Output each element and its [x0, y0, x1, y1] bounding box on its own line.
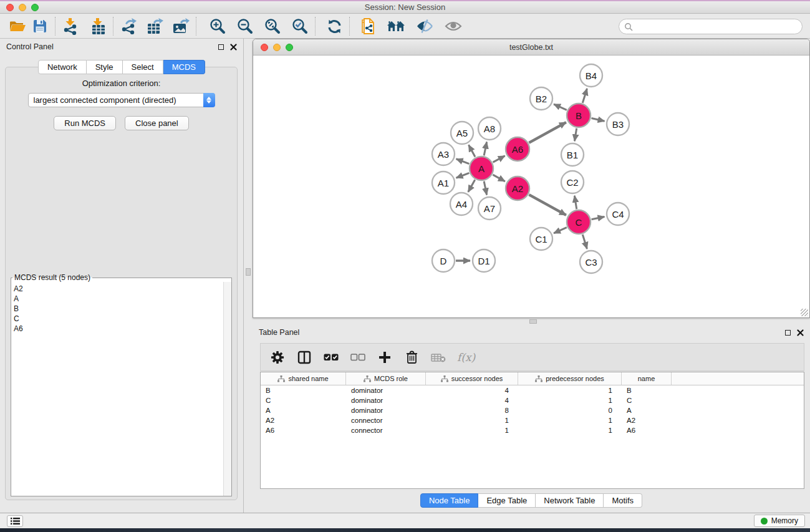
- select-stepper-icon: [203, 93, 215, 107]
- column-header-name[interactable]: name: [622, 372, 672, 385]
- deselect-all-button[interactable]: [350, 349, 366, 365]
- mcds-result-groupbox: MCDS result (5 nodes) A2ABCA6: [11, 273, 232, 496]
- delete-column-button[interactable]: [403, 349, 420, 365]
- search-input[interactable]: [633, 21, 802, 33]
- table-row[interactable]: Cdominator41C: [261, 395, 804, 405]
- run-mcds-button[interactable]: Run MCDS: [54, 116, 116, 130]
- tab-mcds[interactable]: MCDS: [163, 60, 205, 74]
- hide-selected-button[interactable]: [413, 17, 436, 36]
- graph-edge-B-B4[interactable]: [582, 89, 587, 103]
- graph-edge-A-A4[interactable]: [468, 180, 475, 192]
- result-item[interactable]: A: [14, 294, 231, 304]
- tab-select[interactable]: Select: [123, 60, 163, 74]
- close-panel-icon[interactable]: [230, 44, 237, 51]
- memory-button[interactable]: Memory: [754, 515, 805, 527]
- export-image-button[interactable]: [170, 17, 192, 36]
- table-settings-button[interactable]: [269, 349, 286, 365]
- graph-edge-B-B3[interactable]: [591, 118, 604, 122]
- control-panel-header: Control Panel: [0, 39, 243, 55]
- show-columns-button[interactable]: [296, 349, 312, 365]
- table-body: Bdominator41BCdominator41CAdominator80AA…: [261, 385, 804, 435]
- graph-edge-C-C2[interactable]: [574, 196, 576, 210]
- zoom-selected-button[interactable]: [289, 17, 311, 36]
- table-row[interactable]: A2connector11A2: [261, 415, 804, 425]
- export-table-button[interactable]: [143, 17, 166, 36]
- graph-edge-C-C3[interactable]: [582, 235, 587, 249]
- splitter-grip[interactable]: [246, 268, 251, 276]
- vertical-splitter[interactable]: [244, 39, 253, 513]
- table-panel-title: Table Panel: [259, 328, 785, 337]
- result-item[interactable]: B: [14, 304, 231, 314]
- select-all-button[interactable]: [323, 349, 339, 365]
- graph-node-label: A2: [512, 183, 523, 194]
- zoom-out-button[interactable]: [234, 17, 256, 36]
- search-field[interactable]: [619, 19, 803, 34]
- close-panel-icon[interactable]: [797, 329, 804, 336]
- create-column-button[interactable]: [377, 349, 393, 365]
- task-history-button[interactable]: [7, 515, 23, 527]
- import-network-button[interactable]: [59, 17, 82, 36]
- export-table-icon: [146, 18, 163, 34]
- tab-network[interactable]: Network: [38, 60, 87, 74]
- graph-edge-A-A8[interactable]: [484, 142, 486, 156]
- network-window-titlebar[interactable]: testGlobe.txt: [253, 39, 809, 56]
- graph-edge-A-A6[interactable]: [493, 156, 505, 162]
- function-builder-button[interactable]: f(x): [457, 349, 475, 365]
- float-panel-icon[interactable]: [785, 330, 791, 336]
- save-session-button[interactable]: [29, 17, 51, 36]
- tab-network-table[interactable]: Network Table: [536, 493, 604, 508]
- tab-node-table[interactable]: Node Table: [420, 493, 479, 508]
- criterion-select[interactable]: largest connected component (directed): [28, 93, 215, 107]
- column-header-shared-name[interactable]: shared name: [261, 372, 346, 385]
- graph-edge-B-B2[interactable]: [554, 104, 567, 110]
- result-item[interactable]: C: [14, 314, 231, 324]
- window-resize-grip[interactable]: [801, 309, 808, 316]
- memory-label: Memory: [771, 516, 798, 525]
- tab-motifs[interactable]: Motifs: [604, 493, 642, 508]
- splitter-grip[interactable]: [529, 319, 537, 324]
- export-network-button[interactable]: [117, 17, 140, 36]
- column-header-predecessor-nodes[interactable]: predecessor nodes: [518, 372, 622, 385]
- home-networks-button[interactable]: [385, 17, 407, 36]
- result-item[interactable]: A6: [14, 324, 231, 334]
- tab-edge-table[interactable]: Edge Table: [478, 493, 536, 508]
- zoom-fit-button[interactable]: [261, 17, 284, 36]
- tab-style[interactable]: Style: [87, 60, 123, 74]
- open-session-button[interactable]: [6, 17, 29, 36]
- graph-edge-A-A7[interactable]: [484, 181, 486, 195]
- apply-layout-button[interactable]: [323, 17, 345, 36]
- table-row[interactable]: A6connector11A6: [261, 425, 804, 435]
- graph-node-label: B2: [536, 94, 547, 104]
- graph-node-label: A7: [484, 203, 495, 214]
- table-row[interactable]: Adominator80A: [261, 405, 804, 415]
- graph-edge-A-A5[interactable]: [469, 145, 475, 157]
- graph-edge-B-B1[interactable]: [574, 128, 576, 142]
- float-panel-icon[interactable]: [218, 44, 224, 50]
- zoom-in-icon: [210, 18, 226, 34]
- close-panel-button[interactable]: Close panel: [125, 116, 189, 130]
- graph-edge-A6-B[interactable]: [529, 122, 566, 143]
- network-canvas[interactable]: B4B2BB3A5A8A6A3B1AC2A1A2A4A7C4CC1C3DD1: [253, 56, 809, 317]
- column-header-mcds-role[interactable]: MCDS role: [346, 372, 426, 385]
- table-panel: Table Panel: [253, 324, 810, 513]
- delete-table-button[interactable]: [430, 349, 446, 365]
- table-cell: C: [261, 395, 346, 405]
- graph-edge-A2-C[interactable]: [529, 195, 566, 215]
- zoom-in-button[interactable]: [206, 17, 229, 36]
- graph-edge-A-A2[interactable]: [493, 175, 504, 181]
- graph-edge-C-C1[interactable]: [554, 228, 567, 233]
- mcds-result-list[interactable]: A2ABCA6: [11, 282, 231, 496]
- criterion-selected-value: largest connected component (directed): [29, 95, 203, 105]
- new-network-from-selection-button[interactable]: [357, 17, 380, 36]
- result-item[interactable]: A2: [14, 284, 231, 294]
- table-row[interactable]: Bdominator41B: [261, 385, 804, 395]
- graph-edge-A-A3[interactable]: [456, 159, 470, 164]
- graph-edge-C-C4[interactable]: [592, 216, 605, 219]
- column-header-successor-nodes[interactable]: successor nodes: [426, 372, 518, 385]
- result-list-scrollbar[interactable]: [223, 282, 231, 496]
- horizontal-splitter[interactable]: [253, 318, 810, 324]
- show-hidden-button[interactable]: [442, 17, 465, 36]
- import-table-button[interactable]: [87, 17, 109, 36]
- application-window: Session: New Session: [0, 0, 810, 532]
- graph-edge-A-A1[interactable]: [456, 173, 470, 178]
